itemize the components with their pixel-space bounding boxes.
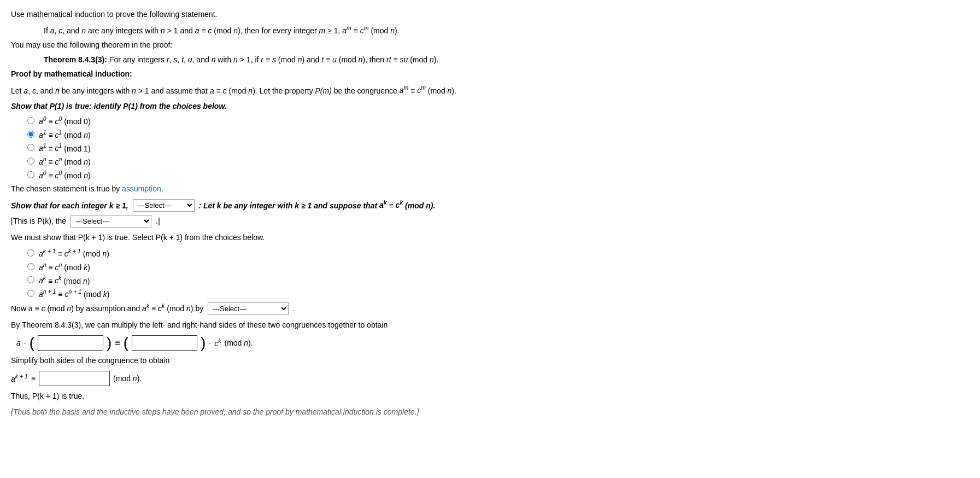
paren-right-2: ) xyxy=(201,335,206,351)
radio-pk1-label-1: ak + 1 ≡ ck + 1 (mod n) xyxy=(39,248,109,258)
radio-label-3: a1 ≡ c1 (mod 1) xyxy=(39,143,91,153)
congruence-input-left[interactable] xyxy=(38,335,103,351)
congruence-equation: a · ( ) ≡ ( ) · ck (mod n). xyxy=(16,335,969,351)
radio-pk1-label-3: ak ≡ ck (mod n) xyxy=(39,275,90,285)
conclusion: [Thus both the basis and the inductive s… xyxy=(11,406,969,418)
congruence-equiv-symbol: ≡ xyxy=(115,338,120,348)
congruence-ck-label: ck xyxy=(214,337,221,348)
this-is-pk: [This is P(k), the ---Select--- inductiv… xyxy=(11,215,969,228)
theorem-label: Theorem 8.4.3(3): xyxy=(44,55,107,64)
radio-pk1-4: an + 1 ≡ cn + 1 (mod k) xyxy=(27,288,969,299)
radio-pk1-2: an ≡ cn (mod k) xyxy=(27,261,969,272)
simplify-input[interactable] xyxy=(39,371,110,386)
radio-p1-5[interactable] xyxy=(27,171,34,178)
radio-pk1-input-4[interactable] xyxy=(27,290,34,297)
theorem-text: For any integers r, s, t, u, and n with … xyxy=(109,55,439,64)
radio-p1-3[interactable] xyxy=(27,144,34,151)
this-is-select[interactable]: ---Select--- inductive hypothesis base c… xyxy=(71,215,151,228)
congruence-dot: · xyxy=(24,339,26,347)
paren-left-2: ( xyxy=(124,335,128,351)
radio-option-5: a0 ≡ c0 (mod n) xyxy=(27,170,969,180)
radio-p1-4[interactable] xyxy=(27,158,34,165)
radio-p1-2[interactable] xyxy=(27,131,34,138)
simplify-equation: ak + 1 ≡ (mod n). xyxy=(11,371,969,386)
chosen-statement: The chosen statement is true by assumpti… xyxy=(11,183,969,195)
paren-left-1: ( xyxy=(30,335,34,351)
radio-option-1: a0 ≡ c0 (mod 0) xyxy=(27,115,969,126)
radio-label-2: a1 ≡ c1 (mod n) xyxy=(39,129,91,139)
radio-option-3: a1 ≡ c1 (mod 1) xyxy=(27,143,969,153)
radio-pk1-input-3[interactable] xyxy=(27,276,34,283)
radio-group-pk1: ak + 1 ≡ ck + 1 (mod n) an ≡ cn (mod k) … xyxy=(27,248,969,299)
show-p1-header: Show that P(1) is true: identify P(1) fr… xyxy=(11,101,969,112)
radio-pk1-label-2: an ≡ cn (mod k) xyxy=(39,261,90,272)
problem-statement: If a, c, and n are any integers with n >… xyxy=(44,25,969,35)
show-k-paragraph: Show that for each integer k ≥ 1, ---Sel… xyxy=(11,199,969,212)
radio-pk1-input-2[interactable] xyxy=(27,263,34,270)
radio-pk1-label-4: an + 1 ≡ cn + 1 (mod k) xyxy=(39,288,109,299)
radio-label-1: a0 ≡ c0 (mod 0) xyxy=(39,115,91,126)
paren-right-1: ) xyxy=(107,335,112,351)
radio-label-4: an ≡ cn (mod n) xyxy=(39,156,91,166)
radio-pk1-input-1[interactable] xyxy=(27,249,34,257)
congruence-a-label: a xyxy=(16,339,21,347)
congruence-ck: · xyxy=(209,339,211,347)
we-must-paragraph: We must show that P(k + 1) is true. Sele… xyxy=(11,232,969,243)
simplify-mod-n: (mod n). xyxy=(113,374,142,383)
radio-pk1-1: ak + 1 ≡ ck + 1 (mod n) xyxy=(27,248,969,258)
statement-text: If a, c, and n are any integers with n >… xyxy=(44,26,400,35)
radio-group-p1: a0 ≡ c0 (mod 0) a1 ≡ c1 (mod n) a1 ≡ c1 … xyxy=(27,115,969,179)
radio-label-5: a0 ≡ c0 (mod n) xyxy=(39,170,91,180)
proof-header: Proof by mathematical induction: xyxy=(11,68,969,80)
assumption-link: assumption xyxy=(122,184,161,193)
radio-pk1-3: ak ≡ ck (mod n) xyxy=(27,275,969,285)
congruence-mod-n: (mod n). xyxy=(224,339,253,347)
by-theorem: By Theorem 8.4.3(3), we can multiply the… xyxy=(11,319,969,331)
you-may-use: You may use the following theorem in the… xyxy=(11,39,969,51)
simplify-text: Simplify both sides of the congruence to… xyxy=(11,355,969,366)
now-select[interactable]: ---Select--- inductive hypothesis assump… xyxy=(208,302,289,315)
let-paragraph: Let a, c, and n be any integers with n >… xyxy=(11,84,969,97)
radio-option-2: a1 ≡ c1 (mod n) xyxy=(27,129,969,139)
radio-p1-1[interactable] xyxy=(27,117,34,124)
simplify-equiv: ≡ xyxy=(31,374,36,383)
congruence-input-right[interactable] xyxy=(132,335,197,351)
now-paragraph: Now a ≡ c (mod n) by assumption and ak ≡… xyxy=(11,302,969,315)
show-k-select[interactable]: ---Select--- P(k) → P(k+1) P(k) is true … xyxy=(133,199,195,212)
thus-text: Thus, P(k + 1) is true. xyxy=(11,390,969,402)
radio-option-4: an ≡ cn (mod n) xyxy=(27,156,969,166)
simplify-a-exp: ak + 1 xyxy=(11,373,28,383)
theorem-block: Theorem 8.4.3(3): For any integers r, s,… xyxy=(44,55,969,64)
problem-intro: Use mathematical induction to prove the … xyxy=(11,9,969,20)
